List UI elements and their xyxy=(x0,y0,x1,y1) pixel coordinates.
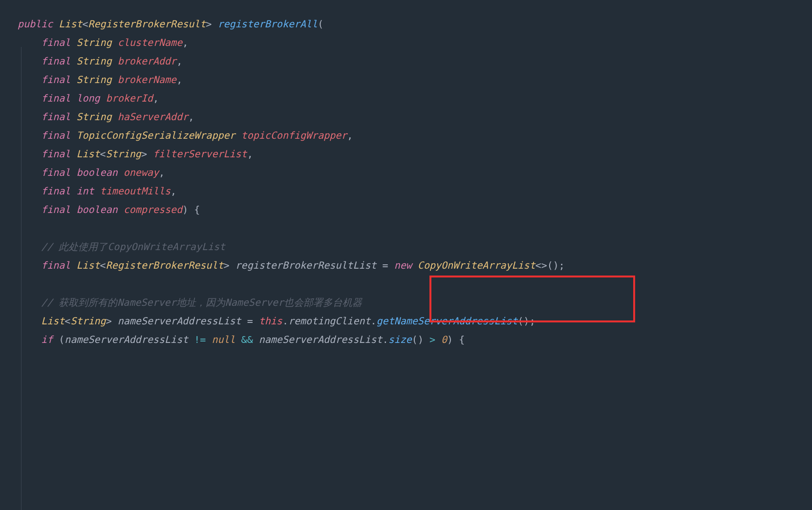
code-line-param-10: final boolean compressed) { xyxy=(18,200,812,219)
code-line-param-2: final String brokerAddr, xyxy=(18,52,812,70)
code-line-decl: final List<RegisterBrokerResult> registe… xyxy=(18,256,812,275)
code-line-param-7: final List<String> filterServerList, xyxy=(18,145,812,163)
code-line-if: if (nameServerAddressList != null && nam… xyxy=(18,330,812,349)
code-line-param-3: final String brokerName, xyxy=(18,70,812,89)
code-line-param-8: final boolean oneway, xyxy=(18,163,812,182)
code-line-param-6: final TopicConfigSerializeWrapper topicC… xyxy=(18,126,812,145)
code-editor[interactable]: public List<RegisterBrokerResult> regist… xyxy=(18,15,812,349)
code-line-comment-2: // 获取到所有的NameServer地址，因为NameServer也会部署多台… xyxy=(18,293,812,312)
code-line-blank-2 xyxy=(18,275,812,293)
code-line-param-5: final String haServerAddr, xyxy=(18,107,812,126)
code-line-1: public List<RegisterBrokerResult> regist… xyxy=(18,15,812,33)
code-line-blank-1 xyxy=(18,219,812,237)
code-line-param-9: final int timeoutMills, xyxy=(18,182,812,200)
code-line-ns: List<String> nameServerAddressList = thi… xyxy=(18,312,812,330)
code-line-param-4: final long brokerId, xyxy=(18,89,812,107)
code-line-comment-1: // 此处使用了CopyOnWriteArrayList xyxy=(18,237,812,256)
code-line-param-1: final String clusterName, xyxy=(18,33,812,52)
